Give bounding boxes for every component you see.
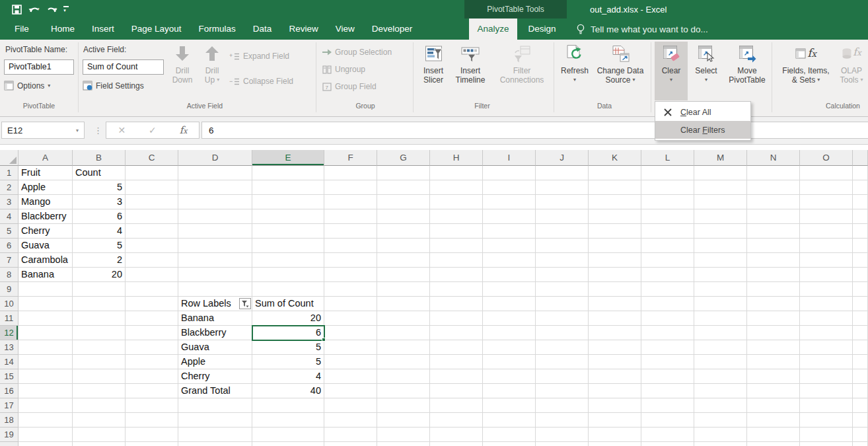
cell-L6[interactable] (641, 239, 694, 253)
cell-O7[interactable] (800, 253, 853, 268)
cell-K5[interactable] (589, 224, 641, 239)
cell-I1[interactable] (483, 166, 536, 180)
cell-N2[interactable] (747, 180, 800, 195)
cell-B2[interactable]: 5 (73, 180, 126, 195)
redo-dropdown-caret-icon[interactable]: ▾ (55, 7, 57, 12)
tab-design[interactable]: Design (517, 19, 567, 40)
cell-G10[interactable] (377, 297, 430, 311)
cell-C7[interactable] (126, 253, 178, 268)
cell-H1[interactable] (430, 166, 483, 180)
cell-O3[interactable] (800, 195, 853, 209)
column-header-J[interactable]: J (536, 150, 589, 166)
cell-J7[interactable] (536, 253, 589, 268)
cell-J12[interactable] (536, 326, 589, 340)
cell-N8[interactable] (747, 268, 800, 282)
cell-E19[interactable] (252, 427, 324, 442)
cell-K4[interactable] (589, 209, 641, 224)
cell-H10[interactable] (430, 297, 483, 311)
cell-O2[interactable] (800, 180, 853, 195)
cell-K8[interactable] (589, 268, 641, 282)
cell-O20[interactable] (800, 442, 853, 446)
cell-K1[interactable] (589, 166, 641, 180)
name-box[interactable]: E12 ▾ (1, 122, 85, 139)
cell-I8[interactable] (483, 268, 536, 282)
cell-L11[interactable] (641, 311, 694, 326)
cell-H12[interactable] (430, 326, 483, 340)
cell-M3[interactable] (694, 195, 747, 209)
row-header-18[interactable]: 18 (0, 413, 18, 427)
cell-K14[interactable] (589, 355, 641, 369)
cell-L7[interactable] (641, 253, 694, 268)
tab-insert[interactable]: Insert (83, 19, 123, 40)
select-all-button[interactable] (0, 150, 18, 166)
cell-L13[interactable] (641, 340, 694, 355)
cell-F8[interactable] (324, 268, 377, 282)
row-header-17[interactable]: 17 (0, 398, 18, 413)
cell-D9[interactable] (178, 282, 252, 297)
cell-A3[interactable]: Mango (18, 195, 73, 209)
cell-P17[interactable] (853, 398, 868, 413)
cell-N4[interactable] (747, 209, 800, 224)
cell-G14[interactable] (377, 355, 430, 369)
cell-L14[interactable] (641, 355, 694, 369)
row-header-6[interactable]: 6 (0, 239, 18, 253)
cell-C13[interactable] (126, 340, 178, 355)
cell-M16[interactable] (694, 384, 747, 398)
cell-K2[interactable] (589, 180, 641, 195)
cell-B11[interactable] (73, 311, 126, 326)
row-header-20[interactable]: 20 (0, 442, 18, 446)
cell-C17[interactable] (126, 398, 178, 413)
drill-down-button[interactable]: Drill Down (167, 42, 198, 100)
cell-A16[interactable] (18, 384, 73, 398)
cell-F19[interactable] (324, 427, 377, 442)
fields-items-sets-button[interactable]: fx Fields, Items, & Sets ▾ (777, 42, 835, 100)
cell-B9[interactable] (73, 282, 126, 297)
cell-P13[interactable] (853, 340, 868, 355)
cell-P6[interactable] (853, 239, 868, 253)
cell-L5[interactable] (641, 224, 694, 239)
column-header-C[interactable]: C (126, 150, 178, 166)
cell-G16[interactable] (377, 384, 430, 398)
cell-F9[interactable] (324, 282, 377, 297)
column-header-O[interactable]: O (800, 150, 853, 166)
cell-J20[interactable] (536, 442, 589, 446)
cell-C20[interactable] (126, 442, 178, 446)
cell-I11[interactable] (483, 311, 536, 326)
cell-D5[interactable] (178, 224, 252, 239)
cell-P1[interactable] (853, 166, 868, 180)
cell-F20[interactable] (324, 442, 377, 446)
cell-H8[interactable] (430, 268, 483, 282)
cell-C11[interactable] (126, 311, 178, 326)
cell-N16[interactable] (747, 384, 800, 398)
cell-M11[interactable] (694, 311, 747, 326)
insert-function-icon[interactable]: fx (180, 124, 188, 136)
cell-A12[interactable] (18, 326, 73, 340)
cell-J2[interactable] (536, 180, 589, 195)
cell-N3[interactable] (747, 195, 800, 209)
cell-E7[interactable] (252, 253, 324, 268)
cell-I9[interactable] (483, 282, 536, 297)
cell-F4[interactable] (324, 209, 377, 224)
cell-N12[interactable] (747, 326, 800, 340)
row-header-13[interactable]: 13 (0, 340, 18, 355)
cell-O17[interactable] (800, 398, 853, 413)
cell-M17[interactable] (694, 398, 747, 413)
cell-N18[interactable] (747, 413, 800, 427)
cell-N13[interactable] (747, 340, 800, 355)
cell-E4[interactable] (252, 209, 324, 224)
cell-B18[interactable] (73, 413, 126, 427)
cell-J3[interactable] (536, 195, 589, 209)
cell-P9[interactable] (853, 282, 868, 297)
cell-D6[interactable] (178, 239, 252, 253)
cell-J18[interactable] (536, 413, 589, 427)
cell-K3[interactable] (589, 195, 641, 209)
cell-P10[interactable] (853, 297, 868, 311)
cell-D7[interactable] (178, 253, 252, 268)
cell-O10[interactable] (800, 297, 853, 311)
cell-N6[interactable] (747, 239, 800, 253)
cell-P15[interactable] (853, 369, 868, 384)
cell-L2[interactable] (641, 180, 694, 195)
cell-M6[interactable] (694, 239, 747, 253)
cell-H7[interactable] (430, 253, 483, 268)
active-field-input[interactable]: Sum of Count (83, 59, 164, 75)
